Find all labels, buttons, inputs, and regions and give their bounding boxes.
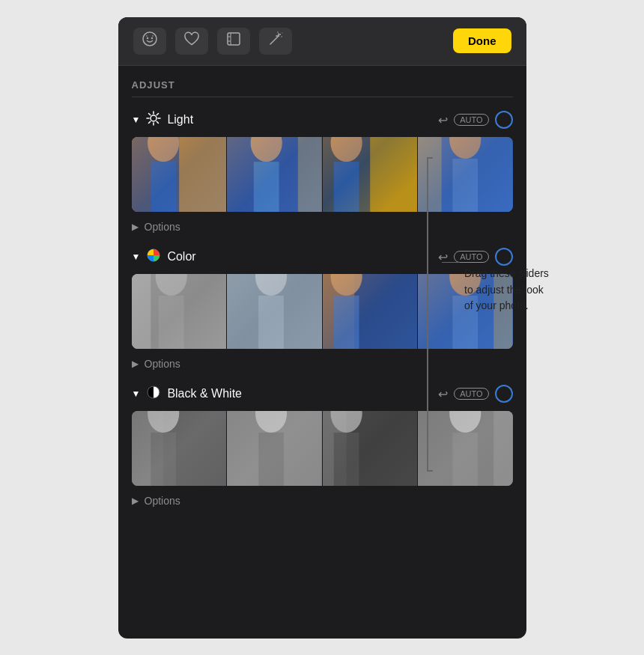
- bw-photo-cell-1[interactable]: [132, 411, 227, 486]
- light-photo-strip: [132, 137, 513, 212]
- svg-rect-26: [179, 137, 226, 212]
- color-options-label: Options: [145, 358, 180, 370]
- svg-line-6: [270, 36, 279, 44]
- svg-rect-5: [228, 33, 240, 45]
- light-auto-button[interactable]: AUTO: [454, 114, 488, 126]
- light-controls: ↩ AUTO: [438, 111, 512, 129]
- bw-undo-button[interactable]: ↩: [438, 387, 448, 401]
- svg-rect-30: [298, 137, 322, 212]
- svg-rect-71: [493, 411, 512, 486]
- svg-rect-47: [323, 274, 418, 349]
- svg-point-49: [330, 274, 362, 296]
- light-options-row[interactable]: ▶ Options: [132, 219, 513, 234]
- light-options-label: Options: [145, 221, 180, 233]
- callout-text: Drag these slidersto adjust the lookof y…: [464, 266, 580, 314]
- svg-rect-22: [132, 137, 227, 212]
- bw-circle-icon: [146, 385, 161, 403]
- svg-point-2: [151, 37, 152, 39]
- bw-options-row[interactable]: ▶ Options: [132, 493, 513, 508]
- light-photo-cell-1[interactable]: [132, 137, 227, 212]
- svg-line-20: [157, 113, 159, 115]
- bw-chevron-icon[interactable]: ▼: [132, 389, 141, 399]
- svg-point-10: [281, 36, 282, 37]
- svg-rect-42: [158, 295, 183, 348]
- sidebar-content: ADJUST ▼: [118, 66, 526, 639]
- light-photo-cell-3[interactable]: [322, 137, 418, 212]
- svg-rect-44: [227, 274, 322, 349]
- svg-rect-61: [227, 411, 322, 486]
- bw-toggle-button[interactable]: [495, 385, 513, 403]
- color-photo-cell-3[interactable]: [322, 274, 418, 349]
- emoji-button[interactable]: [133, 28, 166, 55]
- svg-point-28: [251, 137, 282, 162]
- svg-rect-25: [151, 162, 176, 212]
- svg-rect-34: [333, 162, 359, 212]
- bw-controls: ↩ AUTO: [438, 385, 512, 403]
- svg-point-3: [146, 35, 148, 37]
- color-chevron-icon[interactable]: ▼: [132, 252, 141, 262]
- svg-rect-57: [132, 411, 227, 486]
- svg-point-41: [155, 274, 186, 296]
- svg-rect-46: [258, 295, 284, 348]
- done-button[interactable]: Done: [453, 28, 511, 53]
- light-section: ▼ Light: [132, 111, 513, 234]
- svg-rect-65: [323, 411, 347, 486]
- svg-rect-29: [254, 162, 279, 212]
- bw-photo-strip: [132, 411, 513, 486]
- callout: Drag these slidersto adjust the lookof y…: [442, 262, 580, 314]
- color-label: Color: [167, 250, 432, 263]
- svg-line-21: [149, 121, 151, 123]
- svg-point-9: [279, 34, 281, 35]
- frame-icon: [225, 31, 242, 51]
- bracket: [427, 157, 437, 472]
- bw-label: Black & White: [167, 387, 432, 400]
- callout-line-container: [442, 262, 580, 263]
- callout-connector-line: [442, 262, 460, 263]
- svg-point-1: [146, 37, 148, 39]
- svg-rect-67: [333, 432, 359, 485]
- light-sun-icon: [146, 111, 161, 130]
- svg-rect-70: [452, 432, 478, 485]
- section-title: ADJUST: [132, 79, 513, 91]
- light-chevron-icon[interactable]: ▼: [132, 115, 141, 125]
- light-toggle-button[interactable]: [495, 111, 513, 129]
- svg-rect-37: [452, 158, 478, 211]
- color-photo-cell-1[interactable]: [132, 274, 227, 349]
- svg-point-62: [255, 411, 287, 433]
- svg-rect-27: [227, 137, 322, 212]
- bw-auto-button[interactable]: AUTO: [454, 388, 488, 400]
- svg-point-0: [143, 32, 157, 46]
- light-label: Light: [167, 113, 432, 127]
- toolbar: Done: [118, 17, 526, 66]
- color-options-row[interactable]: ▶ Options: [132, 356, 513, 371]
- bw-photo-cell-2[interactable]: [226, 411, 322, 486]
- light-photo-cell-2[interactable]: [226, 137, 322, 212]
- svg-point-24: [148, 137, 179, 162]
- svg-point-4: [152, 35, 154, 37]
- svg-rect-31: [323, 137, 418, 212]
- svg-point-59: [148, 411, 179, 433]
- svg-point-11: [277, 31, 278, 32]
- magic-button[interactable]: [259, 28, 292, 55]
- svg-rect-63: [258, 432, 284, 485]
- magic-icon: [267, 31, 284, 51]
- svg-point-33: [330, 137, 362, 162]
- svg-point-45: [255, 274, 287, 296]
- svg-line-18: [149, 113, 151, 115]
- color-photo-cell-2[interactable]: [226, 274, 322, 349]
- bracket-bottom: [427, 470, 433, 472]
- panel: Done ADJUST ▼: [118, 17, 526, 639]
- heart-button[interactable]: [175, 28, 208, 55]
- bracket-container: [427, 157, 437, 472]
- color-auto-button[interactable]: AUTO: [454, 251, 488, 263]
- frame-button[interactable]: [217, 28, 250, 55]
- svg-point-13: [151, 115, 157, 121]
- svg-point-66: [330, 411, 362, 433]
- svg-rect-23: [132, 137, 179, 212]
- light-undo-button[interactable]: ↩: [438, 113, 448, 127]
- svg-rect-58: [132, 411, 163, 486]
- light-options-chevron-icon: ▶: [132, 222, 139, 232]
- bw-photo-cell-3[interactable]: [322, 411, 418, 486]
- svg-point-69: [449, 411, 481, 433]
- svg-point-12: [282, 33, 282, 34]
